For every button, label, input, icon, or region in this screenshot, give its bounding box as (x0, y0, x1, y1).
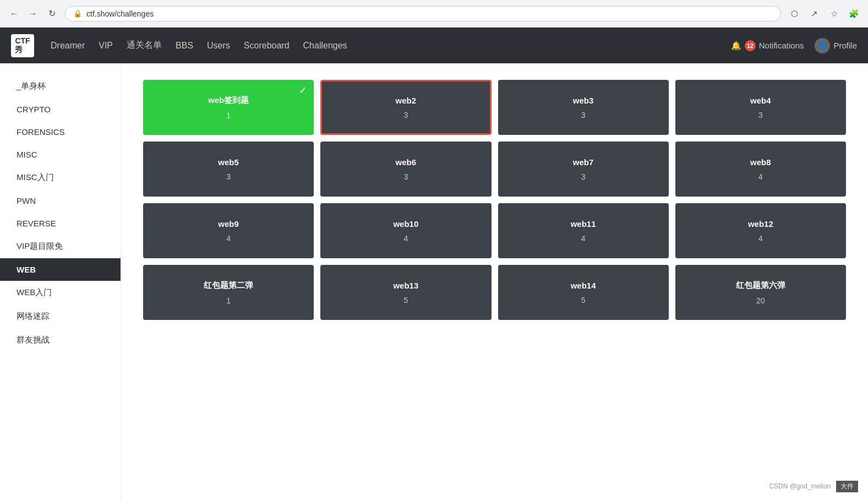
notification-badge: 12 (745, 40, 756, 51)
app-navbar: CTF秀 Dreamer VIP 通关名单 BBS Users Scoreboa… (0, 28, 868, 63)
logo-icon: CTF秀 (11, 34, 34, 57)
challenge-card-c3[interactable]: web3 3 (498, 80, 669, 135)
notifications-label: Notifications (759, 41, 804, 50)
cast-icon[interactable]: ⬡ (787, 6, 802, 21)
navbar-right: 🔔 12 Notifications 👤 Profile (731, 38, 857, 53)
card-score: 3 (403, 172, 408, 181)
card-score: 5 (581, 296, 586, 305)
card-score: 4 (758, 172, 763, 181)
challenge-grid: ✓ web签到题 1 web2 3 web3 3 web4 3 web5 (143, 80, 846, 320)
sidebar-item-qun-you[interactable]: 群友挑战 (0, 328, 121, 352)
card-title: web8 (750, 157, 771, 167)
card-title: web7 (573, 157, 594, 167)
challenge-card-c2[interactable]: web2 3 (320, 80, 491, 135)
card-title: web14 (571, 281, 596, 290)
card-title: web6 (396, 157, 417, 167)
nav-users[interactable]: Users (207, 41, 230, 51)
sidebar: _单身杯 CRYPTO FORENSICS MISC MISC入门 PWN RE… (0, 63, 121, 500)
card-title: web5 (218, 157, 239, 167)
card-title: web2 (396, 96, 417, 105)
navbar-links: Dreamer VIP 通关名单 BBS Users Scoreboard Ch… (51, 40, 731, 51)
sidebar-item-misc[interactable]: MISC (0, 143, 121, 166)
browser-chrome: ← → ↻ 🔒 ctf.show/challenges ⬡ ↗ ☆ 🧩 (0, 0, 868, 28)
back-button[interactable]: ← (7, 6, 22, 21)
challenge-card-c5[interactable]: web5 3 (143, 142, 314, 197)
sidebar-item-web[interactable]: WEB (0, 258, 121, 281)
sidebar-item-crypto[interactable]: CRYPTO (0, 98, 121, 121)
card-score: 1 (226, 296, 231, 305)
challenge-card-c14[interactable]: web13 5 (320, 265, 491, 320)
nav-scoreboard[interactable]: Scoreboard (244, 41, 290, 51)
card-title: web4 (750, 96, 771, 105)
card-score: 3 (581, 111, 586, 119)
profile-label: Profile (833, 41, 857, 50)
card-title: web签到题 (208, 95, 249, 106)
card-title: web10 (393, 219, 418, 229)
card-score: 3 (226, 172, 231, 181)
challenge-card-c12[interactable]: web12 4 (675, 203, 846, 258)
extension-icon[interactable]: 🧩 (846, 6, 861, 21)
sidebar-item-web-intro[interactable]: WEB入门 (0, 281, 121, 305)
card-title: 红包题第六弹 (736, 280, 785, 291)
sidebar-item-vip-free[interactable]: VIP题目限免 (0, 235, 121, 258)
challenge-card-c6[interactable]: web6 3 (320, 142, 491, 197)
card-score: 4 (226, 234, 231, 243)
watermark: CSDN @god_mellon 大件 (765, 479, 862, 494)
challenge-card-c11[interactable]: web11 4 (498, 203, 669, 258)
nav-bbs[interactable]: BBS (176, 41, 193, 51)
lock-icon: 🔒 (73, 9, 82, 18)
card-score: 4 (581, 234, 586, 243)
nav-dreamer[interactable]: Dreamer (51, 41, 85, 51)
address-bar[interactable]: 🔒 ctf.show/challenges (65, 6, 781, 21)
sidebar-item-forensics[interactable]: FORENSICS (0, 121, 121, 143)
avatar: 👤 (815, 38, 830, 53)
sidebar-item-misc-intro[interactable]: MISC入门 (0, 166, 121, 189)
card-title: web13 (393, 281, 418, 290)
challenge-area: ✓ web签到题 1 web2 3 web3 3 web4 3 web5 (121, 63, 868, 500)
card-score: 4 (403, 234, 408, 243)
card-title: web9 (218, 219, 239, 229)
challenge-card-c9[interactable]: web9 4 (143, 203, 314, 258)
card-title: web3 (573, 96, 594, 105)
challenge-card-c16[interactable]: 红包题第六弹 20 (675, 265, 846, 320)
card-title: web11 (571, 219, 596, 229)
browser-extra-buttons: ⬡ ↗ ☆ 🧩 (787, 6, 861, 21)
url-text: ctf.show/challenges (86, 9, 154, 18)
card-score: 3 (403, 111, 408, 119)
challenge-card-c10[interactable]: web10 4 (320, 203, 491, 258)
challenge-card-c8[interactable]: web8 4 (675, 142, 846, 197)
navbar-logo[interactable]: CTF秀 (11, 34, 34, 57)
card-score: 1 (226, 111, 231, 120)
nav-tongguan[interactable]: 通关名单 (127, 40, 162, 51)
reload-button[interactable]: ↻ (44, 6, 59, 21)
bookmark-icon[interactable]: ☆ (826, 6, 842, 21)
challenge-card-c7[interactable]: web7 3 (498, 142, 669, 197)
card-score: 3 (581, 172, 586, 181)
card-title: web12 (748, 219, 773, 229)
profile-button[interactable]: 👤 Profile (815, 38, 857, 53)
bottom-button[interactable]: 大件 (836, 481, 858, 492)
sidebar-item-pwn[interactable]: PWN (0, 189, 121, 212)
sidebar-item-wangluo[interactable]: 网络迷踪 (0, 305, 121, 328)
card-score: 4 (758, 234, 763, 243)
challenge-card-c1[interactable]: ✓ web签到题 1 (143, 80, 314, 135)
share-icon[interactable]: ↗ (806, 6, 822, 21)
card-score: 20 (756, 296, 765, 305)
challenge-card-c4[interactable]: web4 3 (675, 80, 846, 135)
nav-vip[interactable]: VIP (99, 41, 113, 51)
browser-nav-buttons: ← → ↻ (7, 6, 59, 21)
notifications-button[interactable]: 🔔 12 Notifications (731, 40, 804, 51)
card-title: 红包题第二弹 (204, 280, 253, 291)
challenge-card-c15[interactable]: web14 5 (498, 265, 669, 320)
card-score: 3 (758, 111, 763, 119)
main-content: _单身杯 CRYPTO FORENSICS MISC MISC入门 PWN RE… (0, 63, 868, 500)
checkmark-icon: ✓ (299, 84, 307, 96)
nav-challenges[interactable]: Challenges (303, 41, 347, 51)
sidebar-item-reverse[interactable]: REVERSE (0, 212, 121, 235)
sidebar-item-danshen[interactable]: _单身杯 (0, 74, 121, 98)
card-score: 5 (403, 296, 408, 305)
challenge-card-c13[interactable]: 红包题第二弹 1 (143, 265, 314, 320)
forward-button[interactable]: → (25, 6, 41, 21)
bell-icon: 🔔 (731, 41, 741, 51)
